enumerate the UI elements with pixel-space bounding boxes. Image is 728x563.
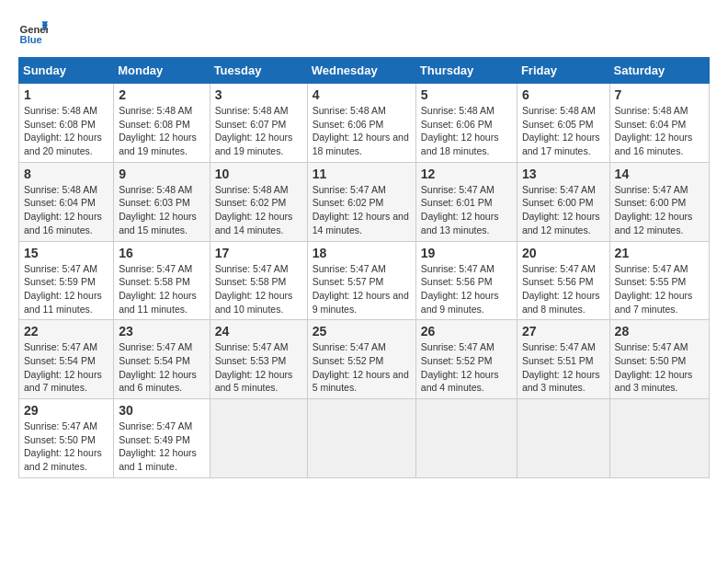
day-info: Sunrise: 5:47 AMSunset: 5:51 PMDaylight:… [522,341,600,393]
calendar-cell: 4 Sunrise: 5:48 AMSunset: 6:06 PMDayligh… [307,84,415,163]
calendar-cell: 30 Sunrise: 5:47 AMSunset: 5:49 PMDaylig… [114,399,210,478]
calendar-cell: 3 Sunrise: 5:48 AMSunset: 6:07 PMDayligh… [210,84,307,163]
day-number: 19 [421,246,512,260]
page-header: General Blue [18,18,710,48]
weekday-header: Monday [114,58,210,84]
day-number: 2 [119,87,204,102]
calendar-cell: 16 Sunrise: 5:47 AMSunset: 5:58 PMDaylig… [114,241,210,320]
calendar-cell [517,399,609,478]
day-info: Sunrise: 5:48 AMSunset: 6:08 PMDaylight:… [24,105,102,156]
day-info: Sunrise: 5:48 AMSunset: 6:06 PMDaylight:… [421,105,499,156]
day-info: Sunrise: 5:47 AMSunset: 5:54 PMDaylight:… [24,341,102,393]
day-info: Sunrise: 5:48 AMSunset: 6:04 PMDaylight:… [615,105,693,156]
day-info: Sunrise: 5:48 AMSunset: 6:02 PMDaylight:… [215,184,293,236]
day-info: Sunrise: 5:47 AMSunset: 5:49 PMDaylight:… [119,420,197,472]
day-number: 9 [119,167,204,181]
calendar-cell: 29 Sunrise: 5:47 AMSunset: 5:50 PMDaylig… [19,399,114,478]
calendar-cell: 21 Sunrise: 5:47 AMSunset: 5:55 PMDaylig… [609,241,709,320]
day-number: 16 [119,246,204,260]
calendar-cell [210,399,307,478]
day-info: Sunrise: 5:47 AMSunset: 5:56 PMDaylight:… [421,263,499,315]
day-info: Sunrise: 5:47 AMSunset: 5:54 PMDaylight:… [119,341,197,393]
calendar-cell: 8 Sunrise: 5:48 AMSunset: 6:04 PMDayligh… [19,162,114,241]
day-number: 3 [215,87,302,102]
day-info: Sunrise: 5:47 AMSunset: 6:00 PMDaylight:… [615,184,693,236]
day-number: 20 [522,246,605,260]
day-number: 12 [421,167,512,181]
day-info: Sunrise: 5:47 AMSunset: 5:52 PMDaylight:… [313,341,409,393]
day-number: 23 [119,324,204,339]
day-info: Sunrise: 5:47 AMSunset: 6:01 PMDaylight:… [421,184,499,236]
day-number: 26 [421,324,512,339]
calendar-cell: 24 Sunrise: 5:47 AMSunset: 5:53 PMDaylig… [210,320,307,399]
calendar-cell: 9 Sunrise: 5:48 AMSunset: 6:03 PMDayligh… [114,162,210,241]
day-number: 6 [522,87,605,102]
day-number: 1 [24,87,108,102]
calendar-cell [415,399,517,478]
day-number: 30 [119,403,204,418]
calendar-cell: 26 Sunrise: 5:47 AMSunset: 5:52 PMDaylig… [415,320,517,399]
day-info: Sunrise: 5:48 AMSunset: 6:08 PMDaylight:… [119,105,197,156]
day-number: 11 [313,167,411,181]
svg-text:Blue: Blue [20,34,42,45]
calendar-cell: 13 Sunrise: 5:47 AMSunset: 6:00 PMDaylig… [517,162,609,241]
day-info: Sunrise: 5:47 AMSunset: 5:56 PMDaylight:… [522,263,600,315]
day-info: Sunrise: 5:47 AMSunset: 5:58 PMDaylight:… [119,263,197,315]
day-info: Sunrise: 5:47 AMSunset: 5:52 PMDaylight:… [421,341,499,393]
calendar-cell: 1 Sunrise: 5:48 AMSunset: 6:08 PMDayligh… [19,84,114,163]
day-info: Sunrise: 5:47 AMSunset: 5:55 PMDaylight:… [615,263,693,315]
day-info: Sunrise: 5:47 AMSunset: 6:02 PMDaylight:… [313,184,409,236]
calendar-cell: 7 Sunrise: 5:48 AMSunset: 6:04 PMDayligh… [609,84,709,163]
calendar-cell: 19 Sunrise: 5:47 AMSunset: 5:56 PMDaylig… [415,241,517,320]
day-number: 25 [313,324,411,339]
day-number: 15 [24,246,108,260]
day-info: Sunrise: 5:48 AMSunset: 6:03 PMDaylight:… [119,184,197,236]
day-info: Sunrise: 5:48 AMSunset: 6:05 PMDaylight:… [522,105,600,156]
calendar-table: SundayMondayTuesdayWednesdayThursdayFrid… [18,57,710,478]
day-number: 14 [615,167,704,181]
calendar-cell: 14 Sunrise: 5:47 AMSunset: 6:00 PMDaylig… [609,162,709,241]
day-number: 5 [421,87,512,102]
day-info: Sunrise: 5:47 AMSunset: 5:50 PMDaylight:… [24,420,102,472]
day-info: Sunrise: 5:47 AMSunset: 5:53 PMDaylight:… [215,341,293,393]
weekday-header: Tuesday [210,58,307,84]
day-info: Sunrise: 5:47 AMSunset: 5:59 PMDaylight:… [24,263,102,315]
calendar-cell: 23 Sunrise: 5:47 AMSunset: 5:54 PMDaylig… [114,320,210,399]
calendar-cell [307,399,415,478]
calendar-cell: 2 Sunrise: 5:48 AMSunset: 6:08 PMDayligh… [114,84,210,163]
calendar-cell: 15 Sunrise: 5:47 AMSunset: 5:59 PMDaylig… [19,241,114,320]
calendar-cell: 6 Sunrise: 5:48 AMSunset: 6:05 PMDayligh… [517,84,609,163]
calendar-cell: 28 Sunrise: 5:47 AMSunset: 5:50 PMDaylig… [609,320,709,399]
calendar-cell: 20 Sunrise: 5:47 AMSunset: 5:56 PMDaylig… [517,241,609,320]
calendar-cell: 22 Sunrise: 5:47 AMSunset: 5:54 PMDaylig… [19,320,114,399]
calendar-cell: 10 Sunrise: 5:48 AMSunset: 6:02 PMDaylig… [210,162,307,241]
logo: General Blue [18,18,51,48]
day-number: 24 [215,324,302,339]
weekday-header: Friday [517,58,609,84]
calendar-cell: 5 Sunrise: 5:48 AMSunset: 6:06 PMDayligh… [415,84,517,163]
day-number: 8 [24,167,108,181]
day-number: 29 [24,403,108,418]
calendar-cell: 25 Sunrise: 5:47 AMSunset: 5:52 PMDaylig… [307,320,415,399]
weekday-header: Wednesday [307,58,415,84]
day-info: Sunrise: 5:48 AMSunset: 6:07 PMDaylight:… [215,105,293,156]
calendar-cell: 11 Sunrise: 5:47 AMSunset: 6:02 PMDaylig… [307,162,415,241]
calendar-cell [609,399,709,478]
weekday-header: Saturday [609,58,709,84]
day-number: 10 [215,167,302,181]
calendar-cell: 18 Sunrise: 5:47 AMSunset: 5:57 PMDaylig… [307,241,415,320]
day-info: Sunrise: 5:47 AMSunset: 6:00 PMDaylight:… [522,184,600,236]
day-info: Sunrise: 5:47 AMSunset: 5:50 PMDaylight:… [615,341,693,393]
day-info: Sunrise: 5:47 AMSunset: 5:57 PMDaylight:… [313,263,409,315]
day-number: 28 [615,324,704,339]
day-info: Sunrise: 5:48 AMSunset: 6:06 PMDaylight:… [313,105,409,156]
day-number: 17 [215,246,302,260]
calendar-cell: 27 Sunrise: 5:47 AMSunset: 5:51 PMDaylig… [517,320,609,399]
day-info: Sunrise: 5:47 AMSunset: 5:58 PMDaylight:… [215,263,293,315]
day-number: 4 [313,87,411,102]
day-number: 13 [522,167,605,181]
day-number: 18 [313,246,411,260]
weekday-header: Sunday [19,58,114,84]
day-number: 27 [522,324,605,339]
day-info: Sunrise: 5:48 AMSunset: 6:04 PMDaylight:… [24,184,102,236]
